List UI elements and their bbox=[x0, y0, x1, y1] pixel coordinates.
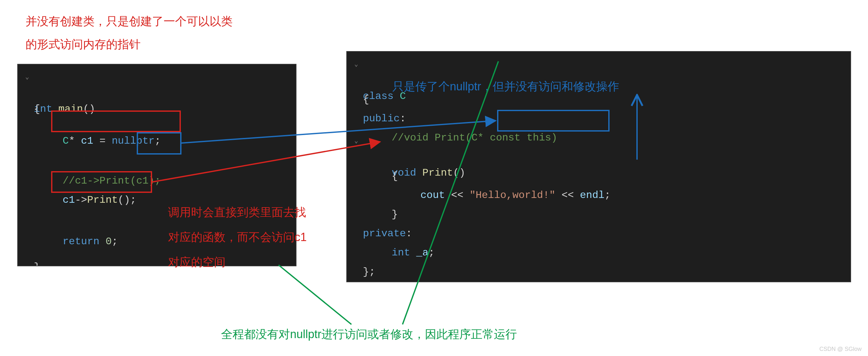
outline-this-param bbox=[497, 110, 610, 132]
annotation-mid-red-line3: 对应的空间 bbox=[168, 254, 225, 271]
line-green-left bbox=[279, 265, 351, 324]
fold-icon: ⌄ bbox=[25, 69, 29, 85]
annotation-mid-red-line2: 对应的函数，而不会访问c1 bbox=[168, 229, 307, 246]
outline-nullptr-assign bbox=[51, 110, 181, 132]
annotation-mid-red-line1: 调用时会直接到类里面去找 bbox=[168, 204, 306, 221]
outline-empty-arg bbox=[137, 132, 182, 155]
annotation-bottom-green: 全程都没有对nullptr进行访问或者修改，因此程序正常运行 bbox=[221, 326, 517, 343]
outline-call-print bbox=[51, 171, 152, 193]
annotation-top-red-line1: 并没有创建类，只是创建了一个可以以类 bbox=[26, 13, 232, 30]
fold-icon: ⌄ bbox=[354, 133, 358, 149]
annotation-top-red-line2: 的形式访问内存的指针 bbox=[26, 36, 141, 53]
annotation-right-blue: 只是传了个nullptr，但并没有访问和修改操作 bbox=[392, 78, 619, 95]
fold-icon: ⌄ bbox=[354, 57, 358, 72]
watermark: CSDN @ SGlow bbox=[819, 345, 862, 353]
